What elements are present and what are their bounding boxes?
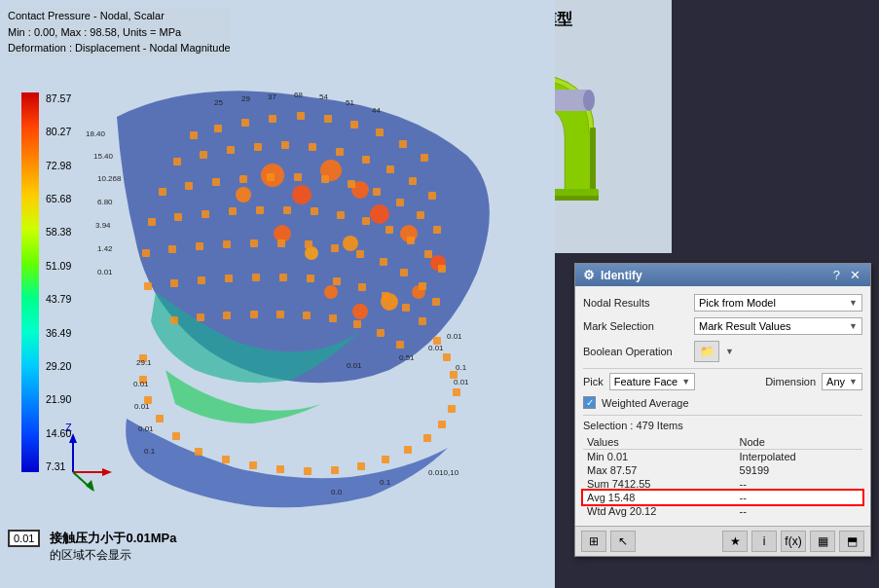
max-value: Max 87.57 [583, 463, 736, 477]
svg-rect-90 [250, 311, 258, 318]
svg-rect-51 [201, 210, 209, 218]
svg-text:0.01: 0.01 [97, 268, 113, 276]
dimension-label: Dimension [765, 376, 816, 387]
mark-selection-arrow: ▼ [849, 321, 858, 331]
svg-rect-104 [382, 456, 389, 463]
panel-footer: ⊞ ↖ ★ i f(x) ▦ ⬒ [575, 526, 870, 556]
svg-rect-18 [241, 119, 249, 127]
svg-rect-81 [307, 275, 314, 282]
svg-rect-99 [249, 461, 257, 469]
svg-rect-37 [159, 188, 166, 196]
svg-rect-102 [331, 466, 339, 474]
info-line1: Contact Pressure - Nodal, Scalar [8, 8, 231, 24]
legend-min-box: 0.01 [8, 530, 40, 547]
svg-rect-50 [174, 213, 182, 221]
legend-value-2: 80.27 [46, 126, 71, 137]
help-button[interactable]: ? [831, 268, 842, 282]
svg-rect-92 [303, 312, 311, 319]
info-text-block: Contact Pressure - Nodal, Scalar Min : 0… [8, 8, 231, 56]
svg-rect-41 [267, 173, 275, 181]
cursor-button[interactable]: ↖ [610, 531, 636, 552]
svg-rect-91 [276, 311, 284, 318]
table-row-avg: Avg 15.48 -- [583, 491, 862, 504]
svg-rect-60 [424, 250, 432, 258]
export-button[interactable]: ⬒ [839, 531, 864, 552]
svg-rect-38 [185, 182, 193, 190]
table-row-wtd-avg: Wtd Avg 20.12 -- [583, 504, 862, 518]
svg-rect-36 [428, 192, 436, 200]
svg-text:0.01: 0.01 [138, 424, 154, 433]
svg-rect-78 [225, 275, 233, 282]
dimension-dropdown[interactable]: Any ▼ [822, 373, 862, 390]
info-button[interactable]: i [751, 531, 777, 552]
mark-selection-label: Mark Selection [583, 320, 690, 332]
svg-point-8 [343, 236, 358, 251]
svg-rect-70 [356, 250, 364, 258]
grid-button[interactable]: ⊞ [581, 531, 606, 552]
svg-rect-40 [239, 175, 247, 183]
max-node: 59199 [736, 463, 862, 477]
legend-labels: 87.57 80.27 72.98 65.68 58.38 51.09 43.7… [46, 92, 71, 472]
svg-rect-64 [196, 242, 203, 250]
boolean-operation-btn[interactable]: 📁 [694, 341, 719, 362]
svg-text:0.01: 0.01 [447, 332, 462, 341]
svg-text:1.42: 1.42 [97, 244, 113, 253]
svg-rect-93 [329, 314, 337, 322]
svg-rect-23 [376, 129, 384, 136]
svg-rect-26 [173, 158, 181, 165]
svg-rect-17 [214, 125, 222, 132]
nodal-results-dropdown[interactable]: Pick from Model ▼ [694, 294, 862, 312]
svg-text:15.40: 15.40 [93, 152, 114, 161]
avg-value: Avg 15.48 [583, 491, 736, 504]
svg-text:29.1: 29.1 [136, 358, 152, 367]
svg-text:0.1: 0.1 [456, 363, 467, 372]
svg-text:6.80: 6.80 [97, 198, 113, 206]
pick-value: Feature Face [614, 376, 678, 387]
wtd-avg-node: -- [736, 504, 862, 518]
wtd-avg-value: Wtd Avg 20.12 [583, 504, 736, 518]
mark-selection-dropdown[interactable]: Mark Result Values ▼ [694, 317, 862, 335]
boolean-arrow: ▼ [725, 347, 734, 356]
svg-text:44: 44 [372, 106, 381, 115]
svg-point-6 [370, 204, 389, 224]
pick-dropdown[interactable]: Feature Face ▼ [609, 373, 695, 390]
svg-rect-88 [197, 313, 204, 321]
star-button[interactable]: ★ [722, 531, 748, 552]
svg-rect-49 [148, 218, 156, 226]
svg-rect-77 [198, 276, 205, 284]
svg-rect-86 [419, 317, 426, 325]
divider-1 [583, 368, 862, 369]
svg-text:0.01: 0.01 [347, 361, 362, 370]
footer-right: ★ i f(x) ▦ ⬒ [722, 531, 864, 552]
min-node: Interpolated [736, 450, 862, 464]
color-legend: 87.57 80.27 72.98 65.68 58.38 51.09 43.7… [21, 92, 39, 511]
fx-button[interactable]: f(x) [781, 531, 806, 552]
weighted-avg-checkbox[interactable]: ✓ [583, 396, 596, 409]
svg-rect-22 [350, 121, 358, 129]
svg-rect-80 [279, 274, 287, 281]
nodal-results-row: Nodal Results Pick from Model ▼ [583, 294, 862, 312]
legend-value-1: 87.57 [46, 92, 71, 104]
svg-rect-27 [200, 151, 207, 159]
dimension-arrow: ▼ [849, 377, 858, 386]
svg-text:25: 25 [214, 98, 223, 107]
legend-value-9: 29.20 [46, 360, 71, 372]
svg-rect-105 [404, 446, 412, 454]
svg-rect-47 [417, 211, 424, 219]
nodal-results-label: Nodal Results [583, 297, 690, 309]
svg-text:51: 51 [346, 98, 354, 107]
svg-rect-72 [400, 269, 408, 276]
panel-header-icons: ? ✕ [831, 268, 862, 282]
svg-text:37: 37 [268, 92, 276, 101]
svg-rect-114 [156, 415, 164, 423]
fem-viewport: 18.40 15.40 10.268 6.80 3.94 1.42 0.01 2… [0, 0, 555, 588]
svg-point-15 [324, 285, 338, 299]
svg-text:0.1: 0.1 [380, 478, 391, 487]
close-button[interactable]: ✕ [848, 268, 862, 282]
svg-rect-155 [590, 128, 596, 196]
svg-text:0.01: 0.01 [428, 344, 444, 352]
svg-rect-30 [281, 141, 289, 149]
svg-rect-31 [309, 143, 316, 151]
table-button[interactable]: ▦ [810, 531, 835, 552]
svg-rect-84 [382, 292, 389, 300]
